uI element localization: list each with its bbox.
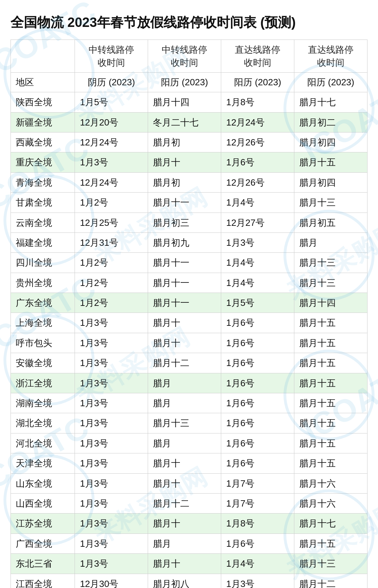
col2-cell: 腊月十二: [148, 353, 221, 373]
col1-cell: 1月3号: [75, 393, 148, 413]
region-cell: 广西全境: [11, 533, 75, 553]
table-row: 青海全境12月24号腊月初12月26号腊月初四: [11, 172, 368, 192]
col2-cell: 腊月十: [148, 453, 221, 473]
table-row: 西藏全境12月24号腊月初12月26号腊月初四: [11, 132, 368, 152]
table-row: 重庆全境1月3号腊月十1月6号腊月十五: [11, 152, 368, 172]
table-row: 陕西全境1月5号腊月十四1月8号腊月十七: [11, 92, 368, 112]
col4-cell: 腊月十七: [294, 514, 368, 533]
col3-cell: 12月27号: [221, 213, 294, 232]
col3-cell: 1月6号: [221, 313, 294, 333]
table-row: 上海全境1月3号腊月十1月6号腊月十五: [11, 313, 368, 333]
header-region-label: 地区: [11, 73, 75, 92]
col1-cell: 1月3号: [75, 473, 148, 493]
region-cell: 安徽全境: [11, 353, 75, 373]
col3-cell: 1月6号: [221, 353, 294, 373]
col4-cell: 腊月初二: [294, 112, 368, 132]
col3-cell: 1月4号: [221, 193, 294, 213]
region-cell: 江苏全境: [11, 514, 75, 533]
col2-cell: 腊月初九: [148, 232, 221, 252]
col4-cell: 腊月初五: [294, 213, 368, 232]
col2-cell: 冬月二十七: [148, 112, 221, 132]
col4-cell: 腊月十三: [294, 554, 368, 574]
col3-cell: 1月6号: [221, 453, 294, 473]
region-cell: 浙江全境: [11, 373, 75, 393]
table-row: 河北全境1月3号腊月1月6号腊月十五: [11, 433, 368, 453]
header-col5: 直达线路停 收时间: [294, 40, 368, 73]
region-cell: 新疆全境: [11, 112, 75, 132]
col4-cell: 腊月十五: [294, 433, 368, 453]
col2-cell: 腊月初: [148, 172, 221, 192]
col4-cell: 腊月十五: [294, 333, 368, 353]
col1-cell: 12月30号: [75, 574, 148, 588]
col4-cell: 腊月十五: [294, 453, 368, 473]
region-cell: 甘肃全境: [11, 193, 75, 213]
col1-cell: 1月2号: [75, 273, 148, 293]
table-row: 东北三省1月3号腊月十1月4号腊月十三: [11, 554, 368, 574]
col1-cell: 1月3号: [75, 373, 148, 393]
header-col4-sub: 阳历 (2023): [221, 73, 294, 92]
col1-cell: 1月3号: [75, 152, 148, 172]
col4-cell: 腊月十五: [294, 393, 368, 413]
col2-cell: 腊月十: [148, 554, 221, 574]
table-row: 安徽全境1月3号腊月十二1月6号腊月十五: [11, 353, 368, 373]
region-cell: 西藏全境: [11, 132, 75, 152]
col3-cell: 1月6号: [221, 333, 294, 353]
col4-cell: 腊月十四: [294, 293, 368, 313]
region-cell: 江西全境: [11, 574, 75, 588]
col4-cell: 腊月十六: [294, 493, 368, 513]
col4-cell: 腊月十五: [294, 353, 368, 373]
col4-cell: 腊月十三: [294, 273, 368, 293]
region-cell: 四川全境: [11, 253, 75, 273]
col4-cell: 腊月十六: [294, 473, 368, 493]
col4-cell: 腊月十三: [294, 193, 368, 213]
region-cell: 天津全境: [11, 453, 75, 473]
header-empty: [11, 40, 75, 73]
table-row: 新疆全境12月20号冬月二十七12月24号腊月初二: [11, 112, 368, 132]
col1-cell: 1月3号: [75, 493, 148, 513]
col1-cell: 1月3号: [75, 313, 148, 333]
col3-cell: 1月3号: [221, 232, 294, 252]
col1-cell: 1月3号: [75, 413, 148, 433]
col2-cell: 腊月十二: [148, 493, 221, 513]
col3-cell: 1月6号: [221, 433, 294, 453]
col4-cell: 腊月十五: [294, 413, 368, 433]
col2-cell: 腊月十一: [148, 293, 221, 313]
col1-cell: 1月3号: [75, 514, 148, 533]
table-row: 湖南全境1月3号腊月1月6号腊月十五: [11, 393, 368, 413]
col1-cell: 1月3号: [75, 453, 148, 473]
region-cell: 上海全境: [11, 313, 75, 333]
table-row: 湖北全境1月3号腊月十三1月6号腊月十五: [11, 413, 368, 433]
col1-cell: 1月3号: [75, 554, 148, 574]
col3-cell: 1月4号: [221, 554, 294, 574]
page-wrapper: ICOATC 来料采购网 ICOATC 来料采购网 ICOATC 来料采购网 I…: [0, 0, 378, 588]
header-col3: 中转线路停 收时间: [148, 40, 221, 73]
col2-cell: 腊月初三: [148, 213, 221, 232]
col2-cell: 腊月十一: [148, 193, 221, 213]
table-row: 浙江全境1月3号腊月1月6号腊月十五: [11, 373, 368, 393]
col1-cell: 1月2号: [75, 253, 148, 273]
col3-cell: 1月6号: [221, 533, 294, 553]
table-row: 贵州全境1月2号腊月十一1月4号腊月十三: [11, 273, 368, 293]
col3-cell: 1月8号: [221, 514, 294, 533]
col4-cell: 腊月十五: [294, 152, 368, 172]
header-col5-sub: 阳历 (2023): [294, 73, 368, 92]
col3-cell: 1月6号: [221, 373, 294, 393]
col2-cell: 腊月十: [148, 313, 221, 333]
col2-cell: 腊月: [148, 393, 221, 413]
col2-cell: 腊月十一: [148, 253, 221, 273]
region-cell: 重庆全境: [11, 152, 75, 172]
col4-cell: 腊月十七: [294, 92, 368, 112]
col1-cell: 12月31号: [75, 232, 148, 252]
col3-cell: 1月6号: [221, 393, 294, 413]
table-header: 中转线路停 收时间 中转线路停 收时间 直达线路停 收时间 直达线路停 收时间 …: [11, 40, 368, 92]
col4-cell: 腊月十三: [294, 253, 368, 273]
col2-cell: 腊月初: [148, 132, 221, 152]
region-cell: 云南全境: [11, 213, 75, 232]
col3-cell: 1月7号: [221, 473, 294, 493]
table-row: 江苏全境1月3号腊月十1月8号腊月十七: [11, 514, 368, 533]
col1-cell: 1月2号: [75, 193, 148, 213]
table-row: 江西全境12月30号腊月初八1月3号腊月十二: [11, 574, 368, 588]
col4-cell: 腊月初四: [294, 172, 368, 192]
table-row: 山西全境1月3号腊月十二1月7号腊月十六: [11, 493, 368, 513]
region-cell: 山东全境: [11, 473, 75, 493]
